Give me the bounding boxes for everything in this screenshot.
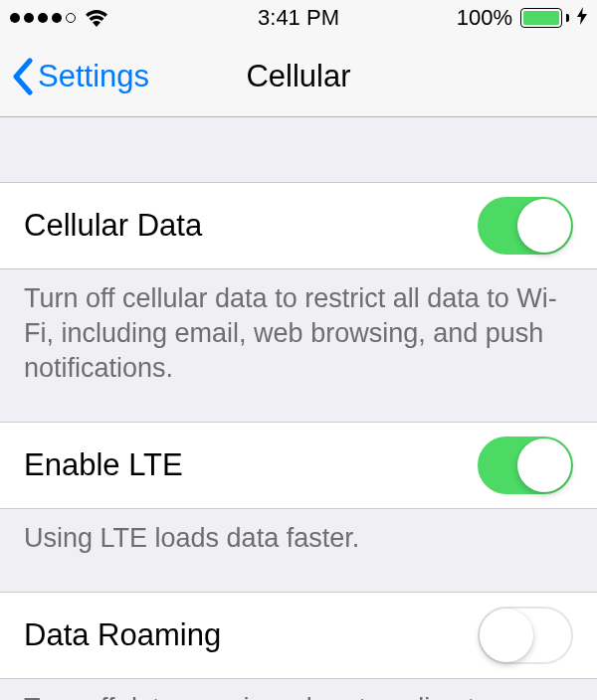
enable-lte-toggle[interactable] — [478, 437, 573, 494]
data-roaming-row: Data Roaming — [0, 592, 597, 679]
cellular-data-toggle[interactable] — [478, 197, 573, 255]
battery-percent: 100% — [457, 5, 512, 31]
data-roaming-footer: Turn off data roaming when traveling to — [0, 679, 597, 700]
enable-lte-label: Enable LTE — [24, 447, 183, 483]
status-bar: 3:41 PM 100% — [0, 0, 597, 36]
status-right: 100% — [457, 5, 587, 31]
status-time: 3:41 PM — [258, 5, 339, 31]
status-left — [10, 8, 109, 28]
back-button[interactable]: Settings — [12, 58, 149, 95]
chevron-left-icon — [12, 58, 34, 95]
charging-icon — [577, 7, 587, 29]
signal-strength-icon — [10, 13, 76, 23]
section-spacer — [0, 386, 597, 422]
cellular-data-label: Cellular Data — [24, 208, 202, 244]
battery-icon — [520, 8, 569, 28]
enable-lte-footer: Using LTE loads data faster. — [0, 509, 597, 556]
enable-lte-row: Enable LTE — [0, 422, 597, 509]
back-label: Settings — [38, 59, 149, 94]
data-roaming-toggle[interactable] — [478, 607, 573, 664]
nav-bar: Settings Cellular — [0, 36, 597, 117]
section-spacer — [0, 117, 597, 182]
page-title: Cellular — [246, 59, 350, 94]
section-spacer — [0, 556, 597, 592]
data-roaming-label: Data Roaming — [24, 617, 221, 653]
wifi-icon — [84, 8, 109, 28]
cellular-data-footer: Turn off cellular data to restrict all d… — [0, 269, 597, 386]
cellular-data-row: Cellular Data — [0, 182, 597, 269]
